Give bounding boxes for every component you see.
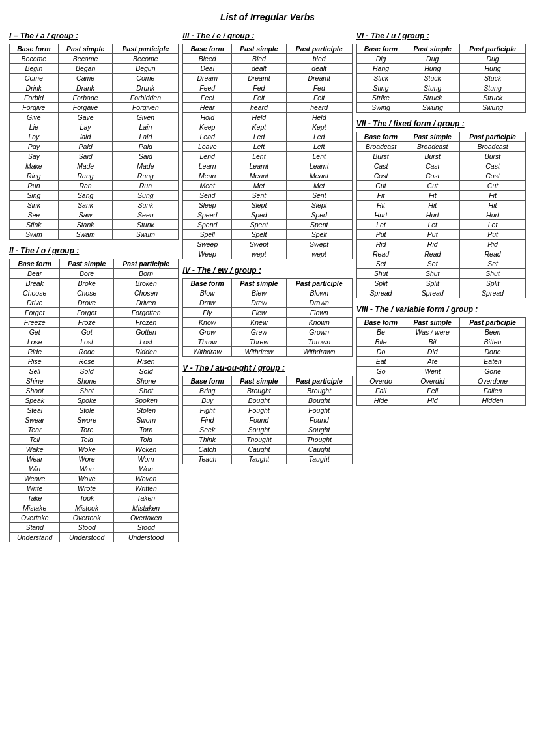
table-row: CatchCaughtCaught <box>183 445 352 455</box>
table-row: SaySaidSaid <box>10 152 179 161</box>
group2-title: II - The / o / group : <box>9 246 179 255</box>
table-row: Hearheardheard <box>183 103 352 113</box>
table-row: LeadLedLed <box>183 132 352 142</box>
table-row: LetLetLet <box>356 220 525 230</box>
table-row: ThinkThoughtThought <box>183 435 352 445</box>
table-row: PutPutPut <box>356 230 525 240</box>
table-row: BiteBitBitten <box>356 337 525 347</box>
table-row: WakeWokeWoken <box>10 445 179 455</box>
table-row: WinWonWon <box>10 464 179 474</box>
table-row: CutCutCut <box>356 181 525 191</box>
table-row: CostCostCost <box>356 171 525 181</box>
table-row: TeachTaughtTaught <box>183 455 352 464</box>
table-row: SinkSankSunk <box>10 201 179 210</box>
table-row: EatAteEaten <box>356 357 525 367</box>
table-row: KeepKeptKept <box>183 122 352 132</box>
table-row: DrawDrewDrawn <box>183 298 352 308</box>
group6-table: Base formPast simplePast participle DigD… <box>356 44 526 113</box>
table-row: BlowBlewBlown <box>183 288 352 298</box>
table-row: SpellSpeltSpelt <box>183 230 352 240</box>
table-row: ChooseChoseChosen <box>10 288 179 298</box>
col1: I – The / a / group : Base formPast simp… <box>9 31 179 549</box>
table-row: FreezeFrozeFrozen <box>10 318 179 328</box>
table-row: DoDidDone <box>356 347 525 357</box>
table-row: BurstBurstBurst <box>356 152 525 161</box>
table-row: StrikeStruckStruck <box>356 93 525 103</box>
table-row: KnowKnewKnown <box>183 318 352 328</box>
table-row: PayPaidPaid <box>10 142 179 152</box>
group4-title: IV - The / ew / group : <box>182 266 352 275</box>
table-row: FlyFlewFlown <box>183 308 352 318</box>
table-row: LoseLostLost <box>10 337 179 347</box>
table-row: DriveDroveDriven <box>10 298 179 308</box>
table-row: GiveGaveGiven <box>10 113 179 122</box>
table-row: FindFoundFound <box>183 415 352 425</box>
table-row: RidRidRid <box>356 240 525 249</box>
table-row: HoldHeldHeld <box>183 113 352 122</box>
table-row: HurtHurtHurt <box>356 210 525 220</box>
table-row: BeginBeganBegun <box>10 64 179 74</box>
table-row: WearWoreWorn <box>10 455 179 464</box>
group1-title: I – The / a / group : <box>9 31 179 40</box>
table-row: SellSoldSold <box>10 367 179 376</box>
table-row: DreamDreamtDreamt <box>183 74 352 83</box>
table-row: ShutShutShut <box>356 269 525 279</box>
table-row: Dealdealtdealt <box>183 64 352 74</box>
table-row: LearnLearntLearnt <box>183 161 352 171</box>
table-row: FeelFeltFelt <box>183 93 352 103</box>
table-row: SpeakSpokeSpoken <box>10 396 179 406</box>
table-row: SwimSwamSwum <box>10 230 179 240</box>
table-row: ForbidForbadeForbidden <box>10 93 179 103</box>
table-row: ForgetForgotForgotten <box>10 308 179 318</box>
table-row: StickStuckStuck <box>356 74 525 83</box>
table-row: ShineShoneShone <box>10 376 179 386</box>
table-row: HideHidHidden <box>356 396 525 406</box>
table-row: FitFitFit <box>356 191 525 201</box>
table-row: SleepSleptSlept <box>183 201 352 210</box>
table-row: WithdrawWithdrewWithdrawn <box>183 347 352 357</box>
table-row: GoWentGone <box>356 367 525 376</box>
table-row: FallFellFallen <box>356 386 525 396</box>
table-row: GrowGrewGrown <box>183 328 352 337</box>
table-row: CastCastCast <box>356 161 525 171</box>
table-row: StinkStankStunk <box>10 220 179 230</box>
group8-table: Base formPast simplePast participle BeWa… <box>356 317 526 406</box>
table-row: OvertakeOvertookOvertaken <box>10 513 179 523</box>
table-row: SetSetSet <box>356 259 525 269</box>
table-row: MeetMetMet <box>183 181 352 191</box>
table-row: UnderstandUnderstoodUnderstood <box>10 533 179 542</box>
group1-table: Base formPast simplePast participle Beco… <box>9 44 179 240</box>
table-row: WeaveWoveWoven <box>10 474 179 484</box>
table-row: MistakeMistookMistaken <box>10 503 179 513</box>
table-row: SwearSworeSworn <box>10 415 179 425</box>
table-row: SeekSoughtSought <box>183 425 352 435</box>
table-row: BreakBrokeBroken <box>10 279 179 288</box>
table-row: HitHitHit <box>356 201 525 210</box>
table-row: BroadcastBroadcastBroadcast <box>356 142 525 152</box>
table-row: HangHungHung <box>356 64 525 74</box>
group7-table: Base formPast simplePast participle Broa… <box>356 132 526 298</box>
table-row: DigDugDug <box>356 54 525 64</box>
table-row: ReadReadRead <box>356 249 525 259</box>
table-row: BecomeBecameBecome <box>10 54 179 64</box>
table-row: OverdoOverdidOverdone <box>356 376 525 386</box>
table-row: SpeedSpedSped <box>183 210 352 220</box>
table-row: SendSentSent <box>183 191 352 201</box>
table-row: StingStungStung <box>356 83 525 93</box>
group5-title: V - The / au-ou-ght / group : <box>182 363 352 372</box>
table-row: StealStoleStolen <box>10 406 179 415</box>
table-row: BearBoreBorn <box>10 269 179 279</box>
table-row: ShootShotShot <box>10 386 179 396</box>
table-row: SeeSawSeen <box>10 210 179 220</box>
table-row: LeaveLeftLeft <box>183 142 352 152</box>
table-row: FeedFedFed <box>183 83 352 93</box>
page-title: List of Irregular Verbs <box>9 12 526 22</box>
group8-title: VIII - The / variable form / group : <box>356 305 526 314</box>
table-row: BleedBledbled <box>183 54 352 64</box>
col3: VI - The / u / group : Base formPast sim… <box>356 31 526 412</box>
table-row: DrinkDrankDrunk <box>10 83 179 93</box>
group6-title: VI - The / u / group : <box>356 31 526 40</box>
table-row: LendLentLent <box>183 152 352 161</box>
table-row: ComeCameCome <box>10 74 179 83</box>
table-row: TearToreTorn <box>10 425 179 435</box>
